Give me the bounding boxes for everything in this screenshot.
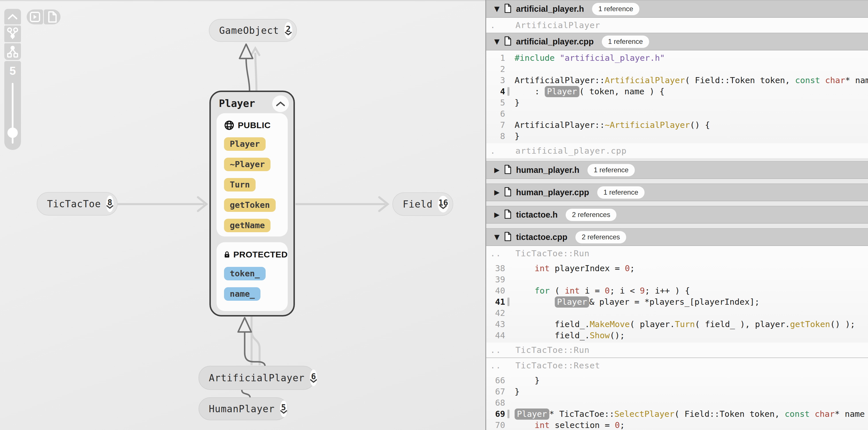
code-token: int [535, 263, 550, 273]
code-line-42: 42 [486, 307, 868, 319]
code-text: : Player( token, name ) { [509, 87, 664, 96]
highlighted-symbol-player[interactable]: Player [515, 408, 549, 420]
code-token: i = [580, 286, 605, 296]
player-public-section: PUBLICPlayer~PlayerTurngetTokengetName [217, 113, 288, 236]
line-number: 43 [486, 319, 505, 329]
code-text: } [509, 387, 520, 396]
code-token: const [784, 409, 809, 419]
file-icon [504, 3, 512, 13]
member-pill-getToken[interactable]: getToken [224, 198, 276, 212]
active-line-marker [507, 398, 509, 407]
node-field[interactable]: Field 16 [393, 192, 453, 216]
member-pill-token_[interactable]: token_ [224, 267, 266, 280]
highlighted-symbol-player[interactable]: Player [555, 296, 589, 307]
scope-row[interactable]: .ArtificialPlayer [486, 18, 868, 33]
slider-handle[interactable] [7, 128, 18, 138]
code-token [515, 297, 555, 307]
node-gameobject[interactable]: GameObject 2 [209, 19, 297, 42]
caret-expanded-icon[interactable]: ▼ [494, 5, 502, 13]
highlighted-symbol-player[interactable]: Player [545, 86, 580, 97]
file-row-artificial_player.h[interactable]: ▼artificial_player.h1 reference [486, 0, 868, 18]
code-token: 0 [615, 420, 620, 430]
code-text: ArtificialPlayer::ArtificialPlayer( Fiel… [509, 75, 868, 85]
graph-depth-slider[interactable]: 5 [4, 61, 21, 150]
file-row-tictactoe.h[interactable]: ▶tictactoe.h2 references [486, 206, 868, 224]
code-line-8: 8} [486, 130, 868, 142]
code-text: } [509, 98, 520, 107]
code-line-40: 40 for ( int i = 0; i < 9; i++ ) { [486, 285, 868, 296]
code-line-66: 66 } [486, 375, 868, 386]
scope-row[interactable]: ..TicTacToe::Reset [486, 358, 868, 373]
caret-collapsed-icon[interactable]: ▶ [494, 166, 502, 174]
code-token: 9 [640, 286, 645, 296]
node-count-badge[interactable]: 16 [438, 196, 448, 212]
caret-collapsed-icon[interactable]: ▶ [494, 188, 502, 196]
graph-view-button[interactable] [4, 26, 21, 42]
file-row-artificial_player.cpp[interactable]: ▼artificial_player.cpp1 reference [486, 33, 868, 51]
file-row-tictactoe.cpp[interactable]: ▼tictactoe.cpp2 references [486, 228, 868, 246]
code-text: #include "artificial_player.h" [509, 53, 665, 63]
node-player[interactable]: Player PUBLICPlayer~PlayerTurngetTokenge… [209, 91, 295, 317]
code-token: () ); [830, 319, 855, 329]
chevron-up-icon [7, 13, 18, 20]
node-count-badge[interactable]: 5 [280, 400, 287, 417]
code-line-1: 1#include "artificial_player.h" [486, 52, 868, 63]
file-name: human_player.h [516, 165, 580, 175]
member-pill-getName[interactable]: getName [224, 219, 271, 232]
code-text: } [509, 131, 520, 141]
code-token: #include [515, 53, 555, 63]
code-line-5: 5} [486, 97, 868, 108]
edge-humanplayer-player[interactable] [242, 390, 250, 398]
node-tictactoe[interactable]: TicTacToe 8 [37, 192, 118, 216]
code-line-69: 69Player* TicTacToe::SelectPlayer( Field… [486, 408, 868, 420]
member-pill-Player[interactable]: Player [224, 137, 266, 151]
panel-divider[interactable] [485, 0, 486, 430]
code-token: * name [845, 75, 868, 85]
caret-expanded-icon[interactable]: ▼ [494, 233, 502, 241]
code-token: ( Field::Token token, [685, 75, 795, 85]
caret-expanded-icon[interactable]: ▼ [494, 38, 502, 45]
active-line-marker [507, 387, 509, 396]
node-count-badge[interactable]: 8 [106, 196, 114, 212]
file-trail-button[interactable] [44, 9, 61, 24]
edge-light-down-2[interactable] [252, 331, 259, 365]
member-pill-Player[interactable]: ~Player [224, 158, 271, 171]
edge-artificialplayer-player[interactable] [245, 332, 265, 366]
edge-light-up-gameobject[interactable] [255, 53, 256, 91]
node-humanplayer[interactable]: HumanPlayer 5 [198, 397, 288, 420]
node-count-badge[interactable]: 2 [284, 22, 292, 39]
collapse-graph-button[interactable] [4, 9, 21, 24]
code-line-7: 7ArtificialPlayer::~ArtificialPlayer() { [486, 119, 868, 130]
file-name: artificial_player.h [516, 4, 584, 14]
node-artificialplayer[interactable]: ArtificialPlayer 6 [198, 366, 315, 390]
scope-row[interactable]: ..TicTacToe::Run [486, 342, 868, 358]
scope-row[interactable]: .artificial_player.cpp [486, 143, 868, 158]
code-token: ArtificialPlayer [605, 75, 685, 85]
code-token: ( field_ ), player. [695, 319, 790, 329]
file-row-human_player.h[interactable]: ▶human_player.h1 reference [486, 161, 868, 179]
member-pill-name_[interactable]: name_ [224, 287, 260, 301]
code-token [555, 53, 560, 63]
caret-collapsed-icon[interactable]: ▶ [494, 211, 502, 219]
edge-player-gameobject[interactable] [246, 59, 250, 91]
line-number: 1 [486, 53, 505, 63]
line-number: 67 [486, 387, 505, 396]
hierarchy-view-button[interactable] [4, 43, 21, 60]
collapse-node-button[interactable] [272, 95, 289, 112]
code-token: Show [590, 331, 610, 340]
file-icon [504, 209, 512, 219]
custom-trail-button[interactable] [27, 9, 43, 24]
code-line-43: 43 field_.MakeMove( player.Turn( field_ … [486, 319, 868, 330]
code-token: ( Field::Token token, [674, 409, 784, 419]
code-token: int [565, 286, 580, 296]
code-token: int [535, 420, 550, 430]
scope-row[interactable]: ..TicTacToe::Run [486, 246, 868, 261]
file-icon [504, 232, 512, 241]
member-pill-Turn[interactable]: Turn [224, 178, 255, 192]
section-heading-label: PUBLIC [238, 121, 271, 130]
file-row-human_player.cpp[interactable]: ▶human_player.cpp1 reference [486, 184, 868, 201]
code-snippet: 66 }67}6869Player* TicTacToe::SelectPlay… [486, 373, 868, 430]
node-label: Field [403, 199, 433, 210]
node-count-badge[interactable]: 6 [310, 369, 317, 386]
code-panel: ▼artificial_player.h1 reference.Artifici… [486, 0, 868, 430]
